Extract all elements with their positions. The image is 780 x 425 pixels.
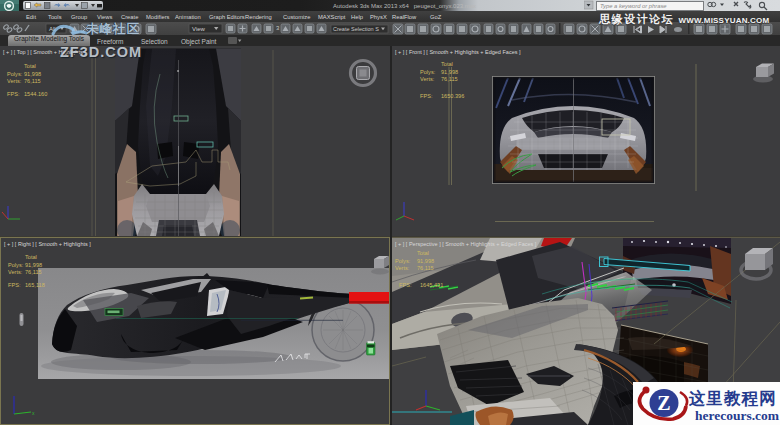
svg-text:Polys:: Polys: bbox=[8, 262, 24, 268]
svg-text:Polys:: Polys: bbox=[420, 69, 436, 75]
svg-text:FPS:: FPS: bbox=[399, 282, 412, 288]
svg-text:76,115: 76,115 bbox=[417, 265, 434, 271]
svg-text:[ + ] [ Front ] [ Smooth + Hig: [ + ] [ Front ] [ Smooth + Highlights + … bbox=[395, 49, 521, 55]
svg-text:1645,431: 1645,431 bbox=[420, 282, 443, 288]
svg-text:Total: Total bbox=[24, 63, 36, 69]
svg-text:76,115: 76,115 bbox=[25, 269, 42, 275]
svg-text:91,998: 91,998 bbox=[25, 262, 42, 268]
svg-text:[ + ] [ Right ] [ Smooth + Hig: [ + ] [ Right ] [ Smooth + Highlights ] bbox=[4, 241, 91, 247]
svg-text:Z: Z bbox=[657, 392, 670, 414]
svg-text:Total: Total bbox=[25, 254, 37, 260]
svg-text:165,118: 165,118 bbox=[25, 282, 45, 288]
svg-text:这里教程网: 这里教程网 bbox=[688, 389, 777, 407]
svg-text:Polys:: Polys: bbox=[7, 71, 23, 77]
svg-text:91,998: 91,998 bbox=[441, 69, 458, 75]
svg-text:View: View bbox=[192, 26, 206, 32]
svg-text:Verts:: Verts: bbox=[420, 76, 435, 82]
svg-text:1544.160: 1544.160 bbox=[24, 91, 47, 97]
svg-text:FPS:: FPS: bbox=[7, 91, 20, 97]
svg-text:Create Selection S: Create Selection S bbox=[333, 26, 379, 32]
svg-text:Total: Total bbox=[417, 250, 429, 256]
svg-text:FPS:: FPS: bbox=[8, 282, 21, 288]
svg-text:Polys:: Polys: bbox=[395, 258, 411, 264]
svg-text:76,115: 76,115 bbox=[441, 76, 458, 82]
svg-text:Total: Total bbox=[441, 61, 453, 67]
svg-text:herecours.com: herecours.com bbox=[695, 408, 780, 423]
svg-text:Verts:: Verts: bbox=[7, 78, 22, 84]
svg-text:91,998: 91,998 bbox=[417, 258, 434, 264]
svg-text:FPS:: FPS: bbox=[420, 93, 433, 99]
svg-text:Verts:: Verts: bbox=[8, 269, 23, 275]
svg-text:Verts:: Verts: bbox=[395, 265, 410, 271]
svg-text:91,998: 91,998 bbox=[24, 71, 41, 77]
svg-text:1650.396: 1650.396 bbox=[441, 93, 464, 99]
svg-text:3: 3 bbox=[276, 25, 280, 31]
svg-text:[ + ] [ Perspective ] [ Smooth: [ + ] [ Perspective ] [ Smooth + Highlig… bbox=[395, 241, 537, 247]
svg-text:76,115: 76,115 bbox=[24, 78, 41, 84]
